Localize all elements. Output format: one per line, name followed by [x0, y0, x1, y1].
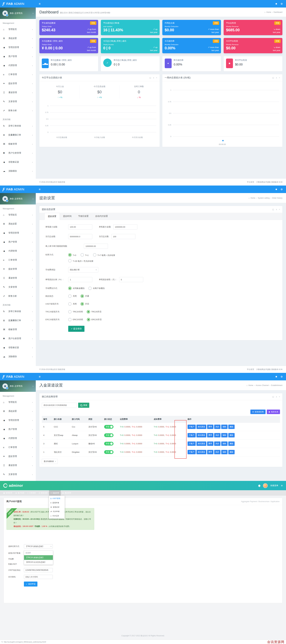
- radio-trc-on[interactable]: [87, 310, 90, 314]
- delete-button[interactable]: 删除: [228, 450, 235, 454]
- radio-status-off[interactable]: [68, 294, 71, 298]
- close-icon[interactable]: ×: [279, 208, 280, 210]
- delete-button[interactable]: 删除: [228, 424, 235, 429]
- rate-button[interactable]: 费率: [207, 442, 213, 446]
- sidebar-item[interactable]: ✦ 提款管理 ›: [0, 79, 36, 88]
- sidebar-item[interactable]: ✎ 文章管理 ›: [0, 97, 36, 106]
- nav-item-channels[interactable]: ▤通道管理: [61, 490, 73, 496]
- collapse-icon[interactable]: ∧: [153, 77, 154, 79]
- quick-menu-label[interactable]: 快捷菜单: [270, 484, 278, 487]
- sidebar-item[interactable]: ☻ 管理员管理 ›: [0, 416, 36, 425]
- close-icon[interactable]: ×: [279, 77, 280, 79]
- rate-button[interactable]: 费率: [207, 433, 213, 438]
- expand-icon[interactable]: ◱: [149, 77, 151, 79]
- sidebar-toggle-icon[interactable]: ≡: [39, 2, 40, 6]
- detail-badge[interactable]: 详情: [213, 21, 219, 25]
- risk-button[interactable]: 风控: [214, 433, 221, 438]
- sidebar-item[interactable]: ⌂ 管理首页 ›: [0, 25, 36, 34]
- detail-badge[interactable]: 详情: [213, 40, 219, 43]
- avatar[interactable]: [263, 483, 268, 488]
- sidebar-item[interactable]: ✱ 用户分类管理 ›: [0, 334, 36, 343]
- sidebar-item[interactable]: ♖ 通道管理 ›: [0, 461, 36, 470]
- brand-logo[interactable]: Ƒ FAB ADMIN: [0, 374, 36, 379]
- sidebar-item[interactable]: ⚙ 系统设置 ›: [0, 407, 36, 416]
- nav-item-finance[interactable]: ⇄财务管理: [37, 490, 49, 496]
- sidebar-user-block[interactable]: ☻✓ 身份: 总管理员 ›: [0, 380, 36, 392]
- sidebar-item[interactable]: ✱ 用户分类管理 ›: [0, 148, 36, 158]
- risk-button[interactable]: 风控: [214, 424, 221, 429]
- submit-apply-button[interactable]: ✓提交申请: [24, 582, 37, 586]
- select-option[interactable]: 【ERC20 以太坊生态链】: [24, 560, 53, 564]
- sidebar-item[interactable]: ☁ 清除缓存 ›: [0, 166, 36, 176]
- test-channel-button[interactable]: 测试通道: [196, 442, 206, 446]
- detail-badge[interactable]: 详情: [274, 21, 281, 25]
- sidebar-user-block[interactable]: ☻✓ 身份: 总管理员 ›: [0, 193, 36, 204]
- sidebar-item[interactable]: ☻ 用户管理 ›: [0, 52, 36, 61]
- sidebar-item[interactable]: ☻ 谷歌验证器 ›: [0, 158, 36, 166]
- sidebar-item[interactable]: ⚙ 系统设置 ›: [0, 34, 36, 43]
- sub-account-button[interactable]: 子账户: [188, 433, 196, 438]
- radio-erc-on[interactable]: [87, 318, 90, 321]
- delete-button[interactable]: 删除: [228, 433, 235, 438]
- bell-icon[interactable]: [258, 485, 260, 486]
- edit-button[interactable]: 编辑: [221, 424, 228, 429]
- user-icon[interactable]: ☻: [275, 2, 278, 5]
- radio-erc-off[interactable]: [68, 318, 71, 321]
- sidebar-item[interactable]: ♖ 通道管理 ›: [0, 88, 36, 97]
- edit-button[interactable]: 编辑: [221, 450, 228, 454]
- sidebar-item[interactable]: ⌂ 管理首页 ›: [0, 398, 36, 407]
- max-amount-input[interactable]: [113, 224, 137, 230]
- sub-account-button[interactable]: 子账户: [188, 450, 196, 454]
- brand-logo[interactable]: Ƒ FAB ADMIN: [0, 2, 36, 6]
- rate-button[interactable]: 费率: [207, 424, 213, 429]
- sidebar-item[interactable]: ≡ 订单管理 ›: [0, 256, 36, 264]
- status-toggle[interactable]: 开启: [104, 425, 113, 429]
- fee-type-select[interactable]: 按比例计算 ▾: [68, 267, 98, 272]
- radio-usdt-off[interactable]: [68, 302, 71, 306]
- risk-button[interactable]: 风控: [214, 442, 221, 446]
- page-size-select[interactable]: 显示5条数据 ▾: [42, 459, 58, 464]
- user-icon[interactable]: ☻: [275, 375, 278, 378]
- tab-withdraw-time[interactable]: 提款时间: [60, 213, 75, 220]
- sidebar-item[interactable]: ☻ 代理管理 ›: [0, 61, 36, 70]
- breadcrumb-home[interactable]: Home: [251, 197, 255, 199]
- close-icon[interactable]: ×: [279, 396, 280, 398]
- dropdown-item[interactable]: ¥ 提现申请: [49, 500, 65, 505]
- sidebar-item[interactable]: ⇗ 财务分析 ›: [0, 106, 36, 115]
- nav-item-orders[interactable]: ≡订单管理: [26, 490, 37, 496]
- usdt-address-input[interactable]: [24, 568, 53, 572]
- search-input[interactable]: [42, 403, 77, 408]
- dropdown-item[interactable]: $ USDT提现: [49, 496, 65, 500]
- sidebar-item[interactable]: ☻ 谷歌验证器 ›: [0, 343, 36, 352]
- sidebar-item[interactable]: ✎ 文章管理 ›: [0, 282, 36, 292]
- status-toggle[interactable]: 开启: [104, 442, 113, 446]
- detail-badge[interactable]: 详情: [90, 21, 96, 25]
- nav-item-links[interactable]: ✦链接管理 $ USDT提现 ¥ 提现申请 ≣ 提现记录 ⇄ 代付申请 ≡ 代付…: [49, 490, 61, 496]
- select-option[interactable]: 请选择: [24, 550, 53, 555]
- sidebar-item[interactable]: ≡ 订单管理 ›: [0, 443, 36, 452]
- user-icon[interactable]: ☻: [275, 188, 278, 191]
- gear-icon[interactable]: ⚙: [281, 375, 283, 378]
- expand-icon[interactable]: ◱: [272, 208, 274, 210]
- breadcrumb-home[interactable]: Home: [249, 384, 253, 386]
- dropdown-item[interactable]: ≡ 代付记录: [49, 514, 65, 518]
- edit-button[interactable]: 编辑: [221, 442, 228, 446]
- sidebar-item[interactable]: ≣ 批量删除订单 ›: [0, 316, 36, 325]
- gear-icon[interactable]: ⚙: [281, 484, 283, 487]
- sidebar-item[interactable]: ≣ 批量删除订单 ›: [0, 130, 36, 140]
- tab-withdraw-settings[interactable]: 提款设置: [44, 213, 60, 220]
- risk-button[interactable]: 风控: [214, 450, 221, 454]
- breadcrumb-mid[interactable]: System setting: [258, 197, 270, 199]
- expand-icon[interactable]: ◱: [272, 396, 274, 398]
- add-supplier-button[interactable]: ⊕添加供应商: [250, 410, 266, 414]
- expand-icon[interactable]: ◱: [272, 77, 274, 79]
- collapse-icon[interactable]: ∧: [276, 396, 277, 398]
- radio-trc-off[interactable]: [68, 310, 71, 314]
- collapse-icon[interactable]: ∧: [276, 208, 277, 210]
- sidebar-item[interactable]: ⌂ 管理首页 ›: [0, 210, 36, 220]
- nav-item-home[interactable]: ▦管理首页: [2, 490, 14, 496]
- radio-deduct-arrival[interactable]: [68, 287, 71, 290]
- sidebar-item[interactable]: ⌘ 模板管理 ›: [0, 325, 36, 334]
- min-amount-input[interactable]: [68, 224, 92, 230]
- merchant-brand-logo[interactable]: adminor: [3, 484, 23, 488]
